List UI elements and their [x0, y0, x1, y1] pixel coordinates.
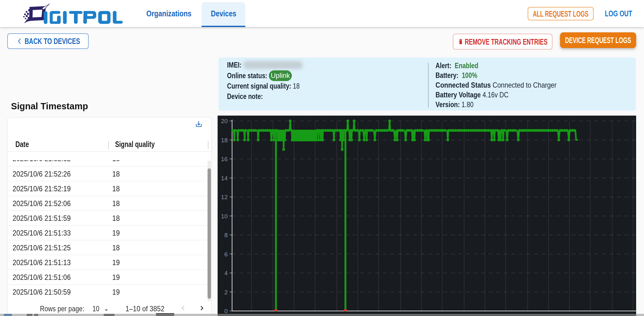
svg-text:6: 6 — [224, 251, 228, 258]
svg-text:2: 2 — [224, 289, 228, 296]
svg-text:14: 14 — [221, 175, 228, 182]
svg-text:18: 18 — [221, 137, 228, 144]
svg-text:10: 10 — [221, 213, 228, 220]
svg-text:4: 4 — [224, 270, 228, 276]
svg-text:12: 12 — [221, 194, 228, 200]
svg-text:20: 20 — [221, 118, 228, 124]
svg-text:16: 16 — [221, 156, 228, 162]
svg-text:8: 8 — [224, 232, 228, 238]
svg-text:0: 0 — [224, 308, 228, 314]
